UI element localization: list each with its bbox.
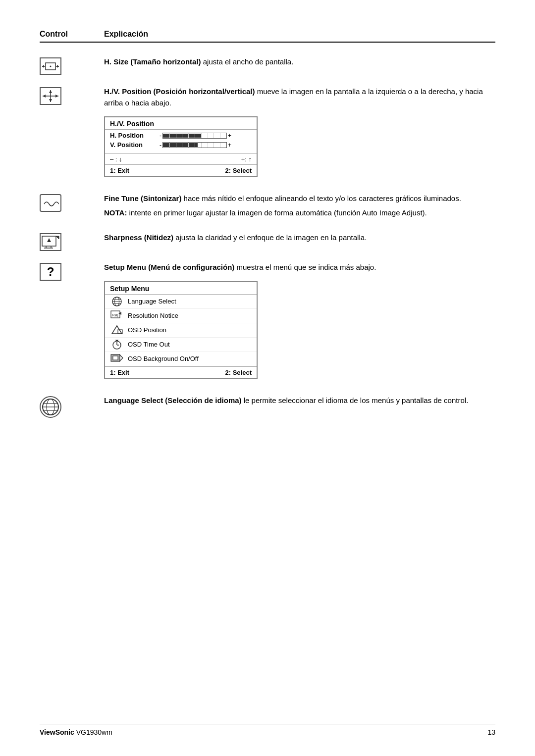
setup-osdbg-icon <box>110 353 124 364</box>
finetune-description: Fine Tune (Sintonizar) hace más nítido e… <box>104 193 495 204</box>
finetune-text: Fine Tune (Sintonizar) hace más nítido e… <box>104 193 495 221</box>
hvpos-description: H./V. Position (Posición horizontal/vert… <box>104 86 495 108</box>
svg-rect-34 <box>113 356 118 360</box>
tick9 <box>220 133 220 138</box>
svg-marker-2 <box>42 65 44 68</box>
hvpos-v-label: V. Position <box>110 141 160 149</box>
language-icon-cell <box>40 395 104 418</box>
footer-page-number: 13 <box>487 728 495 736</box>
finetune-note: NOTA: intente en primer lugar ajustar la… <box>104 207 495 219</box>
tick1 <box>169 133 170 138</box>
table-header: Control Explicación <box>40 30 495 43</box>
finetune-icon-cell <box>40 193 104 212</box>
language-description: Language Select (Selección de idioma) le… <box>104 395 495 406</box>
hsize-text: H. Size (Tamaño horizontal) ajusta el an… <box>104 56 495 71</box>
tick6 <box>201 133 202 138</box>
svg-marker-11 <box>55 95 58 98</box>
svg-marker-17 <box>56 236 59 239</box>
sharpness-description: Sharpness (Nitidez) ajusta la claridad y… <box>104 232 495 244</box>
setup-item-osdbg: OSD Background On/Off <box>105 352 257 366</box>
hvpos-h-track <box>162 133 227 139</box>
vtick7 <box>208 143 208 148</box>
setup-select: 2: Select <box>225 369 252 376</box>
hvpos-h-slider: - <box>160 132 252 139</box>
hvpos-v-track <box>162 142 227 148</box>
finetune-svg <box>42 197 59 209</box>
sharpness-title: Sharpness (Nitidez) <box>104 233 173 242</box>
vtick1 <box>169 143 170 148</box>
finetune-title: Fine Tune (Sintonizar) <box>104 194 181 202</box>
nota-label: NOTA: <box>104 208 127 217</box>
sharpness-icon-cell <box>40 232 104 251</box>
page-footer: ViewSonic VG1930wm 13 <box>40 724 495 736</box>
h-slider-minus: - <box>160 132 161 139</box>
svg-marker-10 <box>43 95 46 98</box>
hvpos-h-label: H. Position <box>110 132 160 139</box>
hsize-icon <box>40 57 61 75</box>
setup-resolution-label: Resolution Notice <box>128 312 178 319</box>
hsize-icon-cell <box>40 56 104 75</box>
hsize-row: H. Size (Tamaño horizontal) ajusta el an… <box>40 56 495 75</box>
setup-osd-footer: 1: Exit 2: Select <box>105 366 257 378</box>
language-icon <box>40 396 61 418</box>
setup-language-icon <box>110 296 124 307</box>
setup-resolution-icon: Rø| <box>110 310 124 321</box>
language-globe-svg <box>41 398 60 416</box>
language-row: Language Select (Selección de idioma) le… <box>40 395 495 418</box>
hvpos-select: 2: Select <box>225 167 252 174</box>
setup-osdtimeout-label: OSD Time Out <box>128 341 170 348</box>
setup-item-resolution: Rø| Resolution Notice <box>105 309 257 323</box>
hvpos-osd-footer: 1: Exit 2: Select <box>105 164 257 176</box>
h-slider-plus: + <box>228 132 231 139</box>
hvpos-v-slider: - <box>160 142 252 149</box>
hvpos-row: H./V. Position (Posición horizontal/vert… <box>40 86 495 182</box>
hvpos-svg <box>42 89 59 103</box>
hsize-svg <box>42 60 59 73</box>
vtick3 <box>182 143 182 148</box>
hvpos-plus-arrow: +: ↑ <box>241 155 252 163</box>
hvpos-title: H./V. Position (Posición horizontal/vert… <box>104 87 255 96</box>
v-slider-plus: + <box>228 142 231 149</box>
setup-osdbg-label: OSD Background On/Off <box>128 355 199 362</box>
setup-osd-box: Setup Menu Language Select <box>104 281 258 379</box>
tick7 <box>208 133 208 138</box>
setup-osdpos-label: OSD Position <box>128 326 166 334</box>
hvpos-arrows: – : ↓ +: ↑ <box>105 153 257 164</box>
vtick6 <box>201 143 202 148</box>
setup-language-label: Language Select <box>128 298 176 305</box>
tick8 <box>214 133 214 138</box>
sharpness-svg <box>41 235 60 249</box>
hvpos-v-row: V. Position - <box>110 141 252 149</box>
hsize-title: H. Size (Tamaño horizontal) <box>104 57 201 66</box>
sharpness-row: Sharpness (Nitidez) ajusta la claridad y… <box>40 232 495 251</box>
svg-marker-4 <box>57 65 59 68</box>
tick3 <box>182 133 182 138</box>
vtick4 <box>188 143 189 148</box>
footer-brand: ViewSonic VG1930wm <box>40 728 112 736</box>
svg-marker-8 <box>49 90 52 93</box>
svg-marker-9 <box>49 99 52 102</box>
tick5 <box>195 133 195 138</box>
setup-title: Setup Menu (Menú de configuración) <box>104 263 234 271</box>
hsize-description: H. Size (Tamaño horizontal) ajusta el an… <box>104 56 495 68</box>
setup-description: Setup Menu (Menú de configuración) muest… <box>104 262 495 273</box>
v-slider-minus: - <box>160 142 161 149</box>
language-text: Language Select (Selección de idioma) le… <box>104 395 495 409</box>
setup-exit: 1: Exit <box>110 369 129 376</box>
setup-text: Setup Menu (Menú de configuración) muest… <box>104 262 495 384</box>
hvpos-minus-arrow: – : ↓ <box>110 155 122 163</box>
svg-point-5 <box>50 66 52 67</box>
finetune-icon <box>40 194 61 212</box>
setup-row: ? Setup Menu (Menú de configuración) mue… <box>40 262 495 384</box>
hvpos-osd-box: H./V. Position H. Position - <box>104 116 258 177</box>
vtick5 <box>195 143 195 148</box>
setup-item-language: Language Select <box>105 295 257 309</box>
setup-item-osdpos: OSD Position <box>105 323 257 338</box>
sharpness-text: Sharpness (Nitidez) ajusta la claridad y… <box>104 232 495 247</box>
setup-question-mark: ? <box>47 265 54 279</box>
hvpos-osd-title: H./V. Position <box>105 117 257 130</box>
vtick9 <box>220 143 220 148</box>
header-explanation-label: Explicación <box>104 30 148 39</box>
setup-osd-title: Setup Menu <box>105 282 257 295</box>
setup-osdpos-icon <box>110 325 124 336</box>
